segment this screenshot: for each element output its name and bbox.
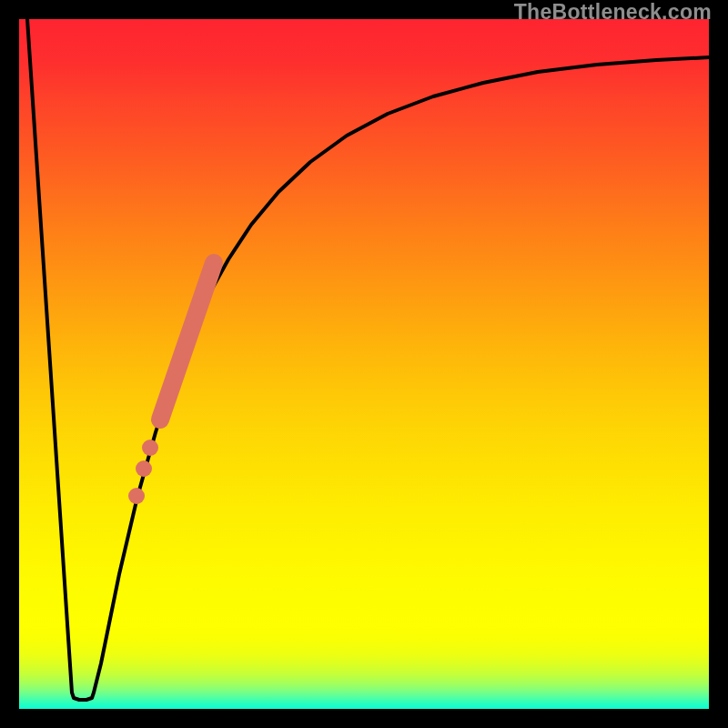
chart-frame: TheBottleneck.com [0,0,728,728]
chart-svg [19,19,709,709]
watermark-text: TheBottleneck.com [514,0,712,25]
bottleneck-curve [27,19,709,700]
highlight-dot [136,460,152,477]
highlight-dot [142,440,158,456]
highlight-dot [128,488,145,504]
highlight-bar [160,263,214,420]
highlight-markers [128,263,214,504]
